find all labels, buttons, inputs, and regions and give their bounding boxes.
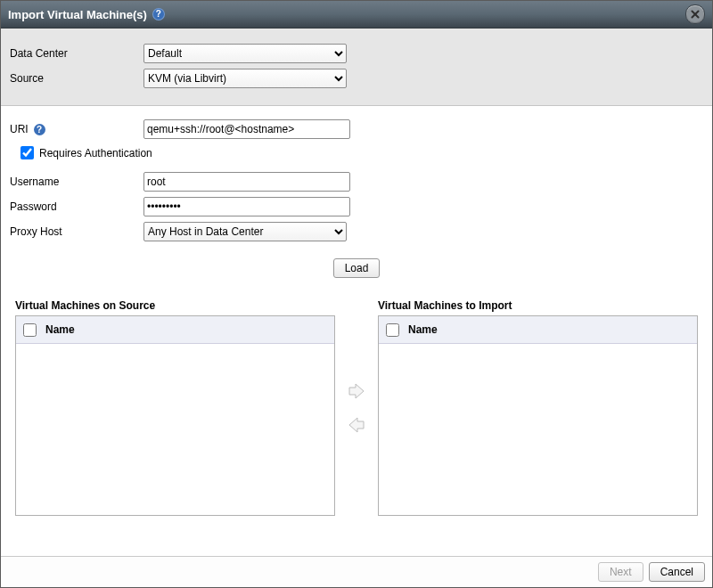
source-list-body[interactable] bbox=[16, 344, 334, 515]
top-section: Data Center Default Source KVM (via Libv… bbox=[1, 29, 712, 106]
target-list-header: Name bbox=[379, 316, 697, 344]
proxy-host-label: Proxy Host bbox=[10, 225, 143, 238]
chevron-left-icon bbox=[348, 417, 365, 433]
import-vm-dialog: Import Virtual Machine(s) ? Data Center … bbox=[0, 0, 713, 588]
target-list-body[interactable] bbox=[379, 344, 697, 515]
source-select[interactable]: KVM (via Libvirt) bbox=[143, 69, 347, 88]
data-center-label: Data Center bbox=[10, 47, 143, 60]
source-list: Name bbox=[15, 315, 335, 516]
requires-auth-label: Requires Authentication bbox=[39, 147, 152, 159]
cancel-button[interactable]: Cancel bbox=[649, 562, 705, 582]
transfer-arrows bbox=[335, 299, 378, 516]
uri-label: URI ? bbox=[10, 123, 143, 135]
source-select-all-checkbox[interactable] bbox=[23, 323, 37, 337]
transfer-area: Virtual Machines on Source Name bbox=[10, 299, 703, 516]
move-left-button[interactable] bbox=[346, 416, 367, 434]
uri-input[interactable] bbox=[143, 119, 350, 139]
target-list-heading: Virtual Machines to Import bbox=[378, 299, 698, 312]
source-column-name: Name bbox=[45, 323, 75, 336]
dialog-footer: Next Cancel bbox=[1, 556, 712, 587]
close-icon[interactable] bbox=[685, 4, 705, 24]
source-list-header: Name bbox=[16, 316, 334, 344]
username-input[interactable] bbox=[143, 172, 350, 192]
target-select-all-checkbox[interactable] bbox=[386, 323, 399, 337]
help-icon[interactable]: ? bbox=[34, 124, 45, 135]
username-label: Username bbox=[10, 176, 143, 188]
target-column-name: Name bbox=[408, 323, 438, 336]
chevron-right-icon bbox=[348, 383, 365, 399]
proxy-host-select[interactable]: Any Host in Data Center bbox=[143, 222, 347, 241]
load-button[interactable]: Load bbox=[333, 258, 381, 278]
move-right-button[interactable] bbox=[346, 382, 367, 400]
titlebar: Import Virtual Machine(s) ? bbox=[1, 1, 712, 29]
password-input[interactable] bbox=[143, 197, 350, 216]
requires-auth-checkbox[interactable] bbox=[20, 146, 34, 159]
data-center-select[interactable]: Default bbox=[143, 44, 347, 63]
password-label: Password bbox=[10, 200, 143, 213]
help-icon[interactable]: ? bbox=[152, 8, 165, 20]
target-list: Name bbox=[378, 315, 698, 516]
next-button[interactable]: Next bbox=[598, 562, 643, 582]
dialog-title: Import Virtual Machine(s) bbox=[8, 8, 147, 21]
body-section: URI ? Requires Authentication Username P… bbox=[1, 106, 712, 516]
source-label: Source bbox=[10, 72, 143, 85]
source-list-heading: Virtual Machines on Source bbox=[15, 299, 335, 312]
